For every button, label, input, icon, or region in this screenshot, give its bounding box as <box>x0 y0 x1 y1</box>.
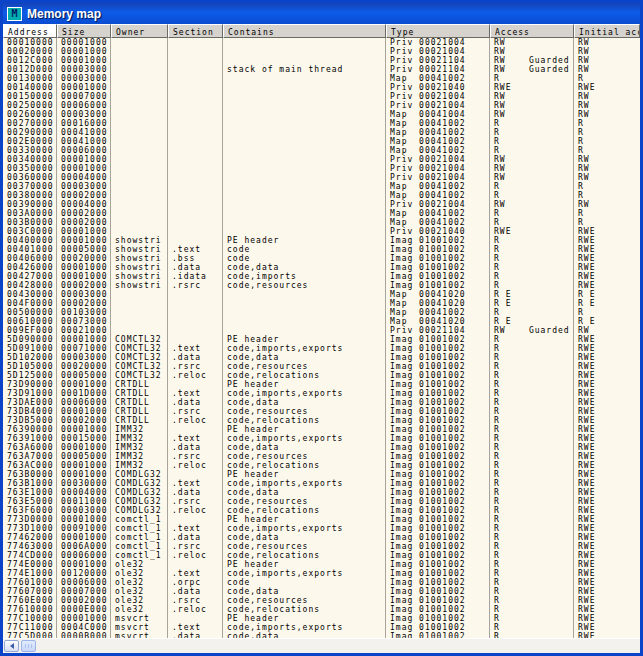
table-row[interactable]: 003B000000002000Map 00041002RR <box>3 218 640 227</box>
table-row[interactable]: 73DB400000001000CRTDLL.rsrccode,resource… <box>3 407 640 416</box>
table-row[interactable]: 73D9000000001000CRTDLLPE headerImag 0100… <box>3 380 640 389</box>
table-row[interactable]: 003A000000002000Map 00041002RR <box>3 209 640 218</box>
table-row[interactable]: 0042600000001000showstri.datacode,dataIm… <box>3 263 640 272</box>
column-header-initial-access[interactable]: Initial acc <box>574 24 640 38</box>
table-row[interactable]: 763A700000005000IMM32.rsrccode,resources… <box>3 452 640 461</box>
table-row[interactable]: 773D000000001000comctl_1PE headerImag 01… <box>3 515 640 524</box>
table-row[interactable]: 763B000000001000COMDLG32PE headerImag 01… <box>3 470 640 479</box>
cell-access: R <box>490 452 574 461</box>
cell-type: Priv 00021040 <box>386 83 490 92</box>
table-row[interactable]: 0002000000001000Priv 00021004RWRW <box>3 47 640 56</box>
column-header-contains[interactable]: Contains <box>223 24 386 38</box>
table-row[interactable]: 0014000000001000Priv 00021040RWERWE <box>3 83 640 92</box>
titlebar[interactable]: M Memory map <box>3 3 640 24</box>
column-header-access[interactable]: Access <box>490 24 574 38</box>
column-header-type[interactable]: Type <box>386 24 490 38</box>
table-row[interactable]: 0015000000007000Priv 00021004RWRW <box>3 92 640 101</box>
cell-section <box>168 110 223 119</box>
scroll-left-button[interactable] <box>4 640 19 652</box>
table-row[interactable]: 73D910000001D000CRTDLL.textcode,imports,… <box>3 389 640 398</box>
table-row[interactable]: 009EF00000021000Priv 00021104RW GuardedR… <box>3 326 640 335</box>
table-row[interactable]: 5D10200000003000COMCTL32.datacode,dataIm… <box>3 353 640 362</box>
table-row[interactable]: 0027000000016000Map 00041002RR <box>3 119 640 128</box>
table-row[interactable]: 73DB500000002000CRTDLL.reloccode,relocat… <box>3 416 640 425</box>
horizontal-scrollbar[interactable] <box>3 638 640 653</box>
cell-contains: code <box>223 245 386 254</box>
cell-type: Map 00041002 <box>386 209 490 218</box>
table-row[interactable]: 73DAE00000006000CRTDLL.datacode,dataImag… <box>3 398 640 407</box>
cell-size: 00001000 <box>57 38 111 47</box>
cell-owner: showstri <box>111 236 168 245</box>
cell-size: 00003000 <box>57 110 111 119</box>
table-row[interactable]: 0026000000003000Map 00041004RWRW <box>3 110 640 119</box>
table-row[interactable]: 0034000000001000Priv 00021004RWRW <box>3 155 640 164</box>
column-header-size[interactable]: Size <box>57 24 111 38</box>
table-row[interactable]: 7746200000001000comctl_1.datacode,dataIm… <box>3 533 640 542</box>
column-header-owner[interactable]: Owner <box>111 24 168 38</box>
table-row[interactable]: 5D09000000001000COMCTL32PE headerImag 01… <box>3 335 640 344</box>
table-row[interactable]: 0029000000041000Map 00041002RR <box>3 128 640 137</box>
column-header-address[interactable]: Address <box>3 24 57 38</box>
table-row[interactable]: 763E100000004000COMDLG32.datacode,dataIm… <box>3 488 640 497</box>
table-row[interactable]: 5D10500000020000COMCTL32.rsrccode,resour… <box>3 362 640 371</box>
cell-access: RW <box>490 155 574 164</box>
table-row[interactable]: 002E000000041000Map 00041002RR <box>3 137 640 146</box>
table-row[interactable]: 763A600000001000IMM32.datacode,dataImag … <box>3 443 640 452</box>
cell-initial_access: RWE <box>574 344 640 353</box>
table-row[interactable]: 774630000006A000comctl_1.rsrccode,resour… <box>3 542 640 551</box>
cell-type: Map 00041020 <box>386 299 490 308</box>
cell-initial_access: RW <box>574 38 640 47</box>
cell-access: R <box>490 560 574 569</box>
table-row[interactable]: 0040000000001000showstriPE headerImag 01… <box>3 236 640 245</box>
cell-access: RW <box>490 110 574 119</box>
table-row[interactable]: 763B100000030000COMDLG32.textcode,import… <box>3 479 640 488</box>
table-row[interactable]: 0043000000003000Map 00041020R ER E <box>3 290 640 299</box>
table-row[interactable]: 774E000000001000ole32PE headerImag 01001… <box>3 560 640 569</box>
cell-type: Imag 01001002 <box>386 389 490 398</box>
table-row[interactable]: 0050000000103000Map 00041002RR <box>3 308 640 317</box>
table-row[interactable]: 7760700000007000ole32.datacode,dataImag … <box>3 587 640 596</box>
table-row[interactable]: 5D12500000005000COMCTL32.reloccode,reloc… <box>3 371 640 380</box>
table-row[interactable]: 0038000000002000Map 00041002RR <box>3 191 640 200</box>
table-row[interactable]: 0033000000006000Map 00041002RR <box>3 146 640 155</box>
table-row[interactable]: 0035000000001000Priv 00021004RWRW <box>3 164 640 173</box>
table-row[interactable]: 7639100000015000IMM32.textcode,imports,e… <box>3 434 640 443</box>
table-row[interactable]: 0013000000003000Map 00041002RR <box>3 74 640 83</box>
table-row[interactable]: 773D100000091000comctl_1.textcode,import… <box>3 524 640 533</box>
table-row[interactable]: 0040100000005000showstri.textcodeImag 01… <box>3 245 640 254</box>
table-row[interactable]: 7760100000006000ole32.orpccodeImag 01001… <box>3 578 640 587</box>
table-row[interactable]: 0025000000006000Priv 00021004RWRW <box>3 101 640 110</box>
table-row[interactable]: 77C110000004C000msvcrt.textcode,imports,… <box>3 623 640 632</box>
table-row[interactable]: 0001000000001000Priv 00021004RWRW <box>3 38 640 47</box>
table-row[interactable]: 0036000000004000Priv 00021004RWRW <box>3 173 640 182</box>
cell-address: 00340000 <box>3 155 57 164</box>
table-row[interactable]: 774E100000120000ole32.textcode,imports,e… <box>3 569 640 578</box>
table-row[interactable]: 0012C00000001000Priv 00021104RW GuardedR… <box>3 56 640 65</box>
cell-size: 00004000 <box>57 488 111 497</box>
scrollbar-thumb[interactable] <box>21 640 36 652</box>
table-row[interactable]: 77C1000000001000msvcrtPE headerImag 0100… <box>3 614 640 623</box>
table-row[interactable]: 0042800000002000showstri.rsrccode,resour… <box>3 281 640 290</box>
column-header-section[interactable]: Section <box>168 24 223 38</box>
cell-type: Imag 01001002 <box>386 587 490 596</box>
table-row[interactable]: 0040600000020000showstri.bsscodeImag 010… <box>3 254 640 263</box>
table-row[interactable]: 0042700000001000showstri.idatacode,impor… <box>3 272 640 281</box>
memory-map-icon[interactable]: M <box>7 7 22 21</box>
table-row[interactable]: 004F000000002000Map 00041020R ER E <box>3 299 640 308</box>
table-row[interactable]: 763AC00000001000IMM32.reloccode,relocati… <box>3 461 640 470</box>
table-row[interactable]: 0039000000004000Priv 00021004RWRW <box>3 200 640 209</box>
table-row[interactable]: 003C000000001000Priv 00021040RWERWE <box>3 227 640 236</box>
table-row[interactable]: 0012D00000003000stack of main threadPriv… <box>3 65 640 74</box>
table-row[interactable]: 776100000000E000ole32.reloccode,relocati… <box>3 605 640 614</box>
table-row[interactable]: 763E500000011000COMDLG32.rsrccode,resour… <box>3 497 640 506</box>
table-row[interactable]: 0061000000073000Map 00041020R ER E <box>3 317 640 326</box>
cell-contains: PE header <box>223 614 386 623</box>
table-row[interactable]: 0037000000003000Map 00041002RR <box>3 182 640 191</box>
table-row[interactable]: 774CD00000006000comctl_1.reloccode,reloc… <box>3 551 640 560</box>
table-row[interactable]: 7760E00000002000ole32.rsrccode,resources… <box>3 596 640 605</box>
table-row[interactable]: 763F600000003000COMDLG32.reloccode,reloc… <box>3 506 640 515</box>
cell-contains: code,data <box>223 263 386 272</box>
cell-owner: COMDLG32 <box>111 470 168 479</box>
table-row[interactable]: 5D09100000071000COMCTL32.textcode,import… <box>3 344 640 353</box>
table-row[interactable]: 7639000000001000IMM32PE headerImag 01001… <box>3 425 640 434</box>
